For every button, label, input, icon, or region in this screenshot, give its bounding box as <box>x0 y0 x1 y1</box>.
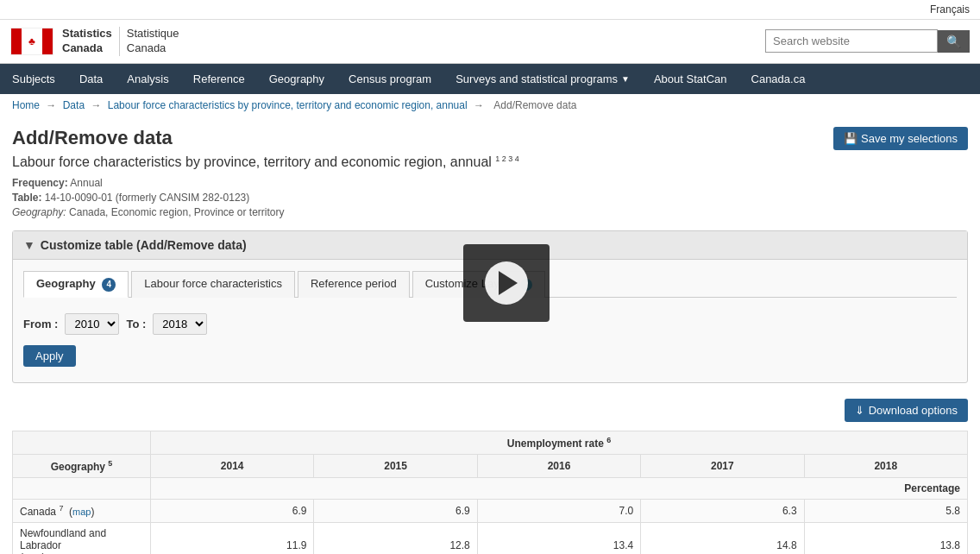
nav-data[interactable]: Data <box>67 64 115 94</box>
breadcrumb-home[interactable]: Home <box>12 99 40 111</box>
canada-2016: 7.0 <box>477 500 640 523</box>
search-area: 🔍 <box>765 29 970 53</box>
search-button[interactable]: 🔍 <box>938 30 970 53</box>
logo-text: Statistics Canada <box>62 27 112 56</box>
page-title: Add/Remove data <box>12 127 173 149</box>
main-content: Add/Remove data 💾 Save my selections Lab… <box>0 116 980 554</box>
geography-col-header: Geography 5 <box>13 455 151 478</box>
data-table: Unemployment rate 6 Geography 5 2014 201… <box>12 431 968 554</box>
canada-2018: 5.8 <box>804 500 967 523</box>
nav-analysis[interactable]: Analysis <box>115 64 180 94</box>
canada-flag: ♣ <box>10 28 53 55</box>
nav-reference[interactable]: Reference <box>181 64 257 94</box>
frequency-meta: Frequency: Annual <box>12 177 968 189</box>
year-2014-header: 2014 <box>151 455 314 478</box>
year-2017-header: 2017 <box>641 455 804 478</box>
breadcrumb-current: Add/Remove data <box>493 99 576 111</box>
table-row: Canada 7 (map) 6.9 6.9 7.0 6.3 5.8 <box>13 500 968 523</box>
breadcrumb: Home → Data → Labour force characteristi… <box>0 94 980 116</box>
nfl-2017: 14.8 <box>641 523 804 554</box>
nfl-2016: 13.4 <box>477 523 640 554</box>
geo-cell: Newfoundland and Labrador (map) <box>13 523 151 554</box>
breadcrumb-table[interactable]: Labour force characteristics by province… <box>108 99 468 111</box>
nfl-2014: 11.9 <box>151 523 314 554</box>
download-button[interactable]: ⇓ Download options <box>845 399 968 422</box>
nav-subjects[interactable]: Subjects <box>0 64 67 94</box>
nfl-2015: 12.8 <box>314 523 477 554</box>
to-label: To : <box>126 318 146 331</box>
play-button[interactable] <box>485 261 528 305</box>
canada-map-link[interactable]: map <box>72 507 91 517</box>
from-year-select[interactable]: 2010 2011 2012 2013 2014 2015 2016 2017 … <box>65 313 119 335</box>
geo-cell: Canada 7 (map) <box>13 500 151 523</box>
nav-geography[interactable]: Geography <box>257 64 336 94</box>
play-icon <box>499 271 518 295</box>
save-selections-button[interactable]: 💾 Save my selections <box>833 127 968 150</box>
percentage-row: Percentage <box>13 478 968 500</box>
to-year-select[interactable]: 2014 2015 2016 2017 2018 <box>153 313 207 335</box>
nav-about[interactable]: About StatCan <box>642 64 739 94</box>
video-overlay[interactable] <box>463 244 550 322</box>
download-area: ⇓ Download options <box>12 395 968 425</box>
nfl-2018: 13.8 <box>804 523 967 554</box>
nav-surveys[interactable]: Surveys and statistical programs▼ <box>443 64 642 94</box>
top-bar: Français <box>0 0 980 20</box>
site-header: ♣ Statistics Canada Statistique Canada 🔍 <box>0 20 980 64</box>
table-title: Labour force characteristics by province… <box>12 154 968 170</box>
apply-button[interactable]: Apply <box>23 345 76 367</box>
table-header-row1: Unemployment rate 6 <box>13 431 968 455</box>
search-input[interactable] <box>765 29 938 53</box>
table-meta: Table: 14-10-0090-01 (formerly CANSIM 28… <box>12 192 968 204</box>
logo-area: ♣ Statistics Canada Statistique Canada <box>10 27 765 56</box>
tab-reference-period[interactable]: Reference period <box>298 271 410 298</box>
geo-col-header <box>13 431 151 455</box>
canada-2014: 6.9 <box>151 500 314 523</box>
nav-census[interactable]: Census program <box>336 64 443 94</box>
nav-canada[interactable]: Canada.ca <box>739 64 818 94</box>
year-2018-header: 2018 <box>804 455 967 478</box>
breadcrumb-data[interactable]: Data <box>63 99 85 111</box>
main-nav: Subjects Data Analysis Reference Geograp… <box>0 64 980 94</box>
canada-2015: 6.9 <box>314 500 477 523</box>
customize-body: Geography 4 Labour force characteristics… <box>13 260 967 382</box>
logo-text-fr: Statistique Canada <box>119 27 179 56</box>
from-label: From : <box>23 318 58 331</box>
tab-geography[interactable]: Geography 4 <box>23 271 129 298</box>
unemployment-rate-header: Unemployment rate 6 <box>151 431 968 455</box>
geography-meta: Geography: Canada, Economic region, Prov… <box>12 206 968 218</box>
customize-section: ▼ Customize table (Add/Remove data) Geog… <box>12 230 968 383</box>
table-header-row2: Geography 5 2014 2015 2016 2017 2018 <box>13 455 968 478</box>
year-2016-header: 2016 <box>477 455 640 478</box>
collapse-triangle-icon: ▼ <box>23 238 35 252</box>
tab-labour-force[interactable]: Labour force characteristics <box>131 271 295 298</box>
year-2015-header: 2015 <box>314 455 477 478</box>
canada-2017: 6.3 <box>641 500 804 523</box>
table-row: Newfoundland and Labrador (map) 11.9 12.… <box>13 523 968 554</box>
francais-link[interactable]: Français <box>930 3 970 16</box>
